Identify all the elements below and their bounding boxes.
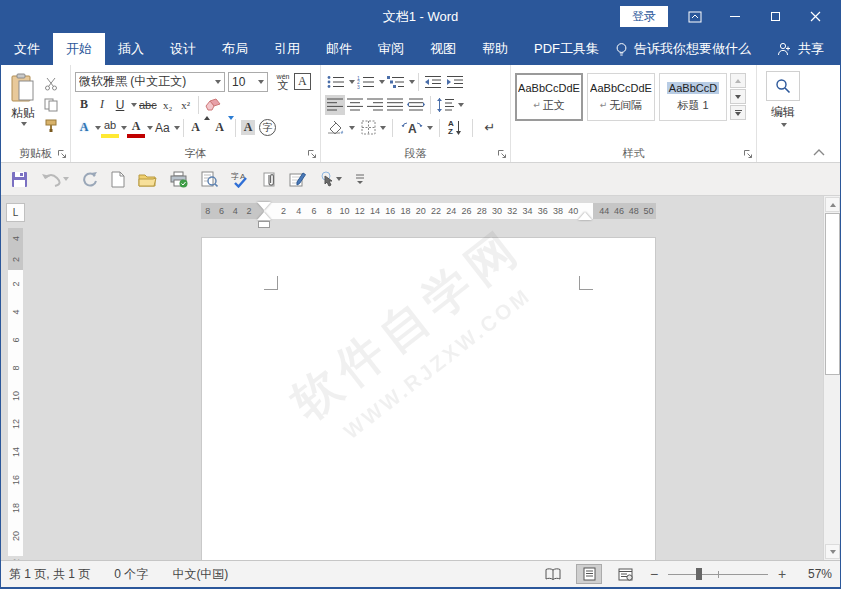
strikethrough-button[interactable]: abc [137,95,159,115]
ribbon-tab[interactable]: 视图 [417,33,469,65]
zoom-percentage[interactable]: 57% [798,567,832,581]
line-spacing-dropdown[interactable] [458,103,464,107]
close-button[interactable] [802,6,828,28]
left-indent-marker[interactable] [258,221,270,228]
scroll-down-arrow[interactable] [825,544,840,559]
format-painter-button[interactable] [41,117,61,135]
ribbon-tab[interactable]: 邮件 [313,33,365,65]
change-case-dropdown[interactable] [174,126,180,130]
ribbon-tab[interactable]: 插入 [105,33,157,65]
asian-layout-button[interactable]: A [399,118,425,138]
change-case-button[interactable]: Aa [153,118,172,138]
editing-label[interactable]: 编辑 [771,104,795,121]
scroll-up-arrow[interactable] [825,197,840,212]
zoom-slider-thumb[interactable] [696,568,702,580]
redo-button[interactable] [82,171,98,187]
cut-button[interactable] [41,75,61,93]
decrease-indent-button[interactable] [422,72,444,92]
font-size-select[interactable]: 10 [228,72,268,92]
save-button[interactable] [11,171,28,188]
paragraph-dialog-launcher[interactable] [497,149,508,160]
style-no-spacing[interactable]: AaBbCcDdE ↵无间隔 [587,73,655,121]
align-right-button[interactable] [365,95,385,115]
font-color-button[interactable]: A [127,118,145,138]
increase-indent-button[interactable] [444,72,466,92]
styles-more-button[interactable] [730,105,746,120]
ribbon-tab[interactable]: 设计 [157,33,209,65]
shrink-font-button[interactable]: A [211,118,229,138]
first-line-indent-marker[interactable] [257,202,271,210]
editing-dropdown[interactable] [781,123,787,127]
scrollbar-thumb[interactable] [825,213,840,375]
numbering-button[interactable]: 123 [355,72,377,92]
word-count[interactable]: 0 个字 [114,566,148,583]
share-button[interactable]: 共享 [777,40,824,58]
styles-dialog-launcher[interactable] [743,149,754,160]
vertical-scrollbar[interactable] [823,196,840,560]
web-layout-button[interactable] [612,564,638,584]
italic-button[interactable]: I [93,95,111,115]
language-indicator[interactable]: 中文(中国) [172,566,228,583]
quick-print-button[interactable] [170,171,188,188]
maximize-button[interactable] [762,6,788,28]
hanging-indent-marker[interactable] [257,212,271,220]
paste-button[interactable]: 粘贴 [5,71,41,146]
login-button[interactable]: 登录 [620,6,668,27]
print-layout-button[interactable] [576,564,602,584]
collapse-ribbon-icon[interactable] [812,148,826,156]
show-marks-button[interactable]: ↵ [481,118,499,138]
tab-file[interactable]: 文件 [1,33,53,65]
clipboard-dialog-launcher[interactable] [57,149,68,160]
distribute-button[interactable] [405,95,427,115]
clear-formatting-button[interactable] [202,95,224,115]
align-center-button[interactable] [345,95,365,115]
underline-button[interactable]: U [111,95,129,115]
open-button[interactable] [138,172,157,187]
spelling-grammar-button[interactable]: 字A [231,171,249,188]
read-mode-button[interactable] [540,564,566,584]
ribbon-tab[interactable]: 布局 [209,33,261,65]
attachment-button[interactable] [262,171,276,188]
sort-button[interactable]: AZ [446,118,464,138]
enclose-characters-button[interactable]: 字 [257,118,278,138]
touch-mode-button[interactable] [319,171,342,188]
ribbon-tab[interactable]: 帮助 [469,33,521,65]
style-heading1[interactable]: AaBbCcD 标题 1 [659,73,727,121]
zoom-slider[interactable] [668,567,768,581]
new-document-button[interactable] [111,171,125,188]
edit-mode-button[interactable] [289,171,306,187]
highlight-color-button[interactable]: ab [101,118,119,138]
styles-scroll-up[interactable] [730,73,746,88]
asian-layout-dropdown[interactable] [427,126,433,130]
undo-button[interactable] [41,172,69,187]
tab-stop-selector[interactable]: L [6,203,25,222]
ribbon-display-options-icon[interactable] [682,6,708,28]
customize-toolbar-button[interactable] [355,173,365,185]
character-shading-button[interactable]: A [239,118,258,138]
shading-button[interactable] [325,118,347,138]
vertical-ruler[interactable]: 42 246810121416182022 [8,228,23,556]
zoom-out-button[interactable]: − [648,566,660,582]
ribbon-tab[interactable]: 审阅 [365,33,417,65]
phonetic-guide-button[interactable]: wén文 [274,72,292,92]
tell-me-box[interactable]: 告诉我你想要做什么 [615,40,751,58]
superscript-button[interactable]: x² [177,95,195,115]
document-page[interactable] [201,237,656,560]
page-indicator[interactable]: 第 1 页, 共 1 页 [9,566,90,583]
font-dialog-launcher[interactable] [307,149,318,160]
styles-scroll-down[interactable] [730,89,746,104]
multilevel-list-button[interactable] [385,72,407,92]
copy-button[interactable] [41,96,61,114]
find-button[interactable] [766,71,800,101]
text-effects-button[interactable]: A [75,118,93,138]
ribbon-tab[interactable]: PDF工具集 [521,33,612,65]
font-family-select[interactable]: 微软雅黑 (中文正文) [75,72,225,92]
shading-dropdown[interactable] [349,126,355,130]
minimize-button[interactable] [722,6,748,28]
grow-font-button[interactable]: A [187,118,205,138]
ribbon-tab[interactable]: 开始 [53,33,105,65]
borders-dropdown[interactable] [380,126,386,130]
ribbon-tab[interactable]: 引用 [261,33,313,65]
justify-button[interactable] [385,95,405,115]
borders-button[interactable] [359,118,378,138]
